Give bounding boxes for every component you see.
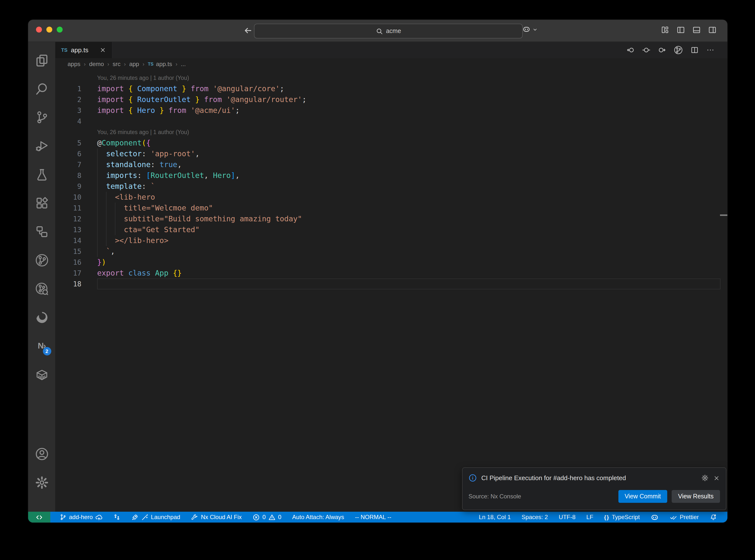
activity-bar-item-testing[interactable] <box>31 162 53 187</box>
code-line-12[interactable]: 12 subtitle="Build something amazing tod… <box>55 214 728 224</box>
activity-bar-item-gitlens[interactable] <box>31 248 53 273</box>
code-line-10[interactable]: 10 <lib-hero <box>55 192 728 203</box>
status-git-compare-status[interactable] <box>109 514 125 521</box>
blame-text: You, 26 minutes ago | 1 author (You) <box>97 127 728 138</box>
notification-close-icon[interactable] <box>713 475 720 481</box>
toggle-secondary-sidebar-icon[interactable] <box>708 26 717 34</box>
more-actions-icon[interactable] <box>706 46 715 54</box>
status-problems[interactable]: 00 <box>248 514 286 521</box>
status-auto-attach[interactable]: Auto Attach: Always <box>288 514 349 521</box>
code-line-9[interactable]: 9 template: ` <box>55 181 728 192</box>
status-text: Nx Cloud AI Fix <box>201 514 242 521</box>
command-center-search[interactable]: acme <box>254 24 523 38</box>
activity-bar-item-explorer[interactable] <box>31 48 53 73</box>
breadcrumb-item[interactable]: apps <box>67 61 80 67</box>
copilot-icon <box>651 513 659 521</box>
toggle-primary-sidebar-icon[interactable] <box>677 26 685 34</box>
line-number: 8 <box>55 170 97 181</box>
customize-layout-icon[interactable] <box>661 26 669 34</box>
breadcrumb-item[interactable]: ... <box>181 61 186 67</box>
extensions-icon <box>35 196 48 210</box>
code-line-14[interactable]: 14 ></lib-hero> <box>55 235 728 246</box>
zoom-window-button[interactable] <box>57 27 63 33</box>
view-commit-button[interactable]: View Commit <box>618 490 667 503</box>
breadcrumb-item[interactable]: app <box>129 61 139 67</box>
code-editor[interactable]: You, 26 minutes ago | 1 author (You)1imp… <box>55 70 728 512</box>
line-content: subtitle="Build something amazing today" <box>97 214 728 224</box>
code-line-8[interactable]: 8 imports: [RouterOutlet, Hero], <box>55 170 728 181</box>
minimize-window-button[interactable] <box>46 27 52 33</box>
notification-settings-gear-icon[interactable] <box>701 474 709 482</box>
view-results-button[interactable]: View Results <box>672 490 720 503</box>
remote-icon <box>36 514 43 521</box>
status-copilot-status[interactable] <box>646 513 663 521</box>
close-tab-icon[interactable] <box>100 47 106 53</box>
activity-bar-item-extensions[interactable] <box>31 191 53 215</box>
code-line-11[interactable]: 11 title="Welcmoe demo" <box>55 203 728 214</box>
git-blame-annotation: You, 26 minutes ago | 1 author (You) <box>55 73 728 83</box>
activity-bar-item-source-control[interactable] <box>31 105 53 129</box>
code-line-16[interactable]: 16}) <box>55 257 728 268</box>
toggle-panel-icon[interactable] <box>692 26 701 34</box>
breadcrumb-separator: › <box>142 61 144 67</box>
git-branch-icon <box>60 514 66 521</box>
breadcrumb-item[interactable]: src <box>113 61 121 67</box>
code-line-17[interactable]: 17export class App {} <box>55 268 728 279</box>
line-content: `, <box>97 246 728 257</box>
status-formatter-prettier[interactable]: Prettier <box>665 514 703 521</box>
status-vim-mode[interactable]: -- NORMAL -- <box>351 514 396 521</box>
line-number: 7 <box>55 159 97 170</box>
status-nx-cloud-ai-fix[interactable]: Nx Cloud AI Fix <box>187 514 246 521</box>
status-indentation[interactable]: Spaces: 2 <box>517 514 552 521</box>
status-language-mode[interactable]: {}TypeScript <box>600 514 644 521</box>
copilot-menu[interactable] <box>522 25 538 34</box>
activity-bar-item-manage-settings[interactable] <box>31 470 53 495</box>
status-encoding[interactable]: UTF-8 <box>554 514 580 521</box>
activity-bar-item-linked-projects[interactable] <box>31 219 53 244</box>
testing-icon <box>35 167 48 181</box>
code-line-4[interactable]: 4 <box>55 116 728 127</box>
status-branch-status[interactable]: add-hero <box>55 514 107 521</box>
code-line-15[interactable]: 15 `, <box>55 246 728 257</box>
activity-bar-item-accounts[interactable] <box>31 442 53 466</box>
breadcrumb-item[interactable]: demo <box>89 61 104 67</box>
split-editor-icon[interactable] <box>690 46 699 54</box>
code-line-18[interactable]: 18 <box>55 279 728 289</box>
indent-guide <box>106 214 106 224</box>
activity-bar-item-swirl-extension[interactable] <box>31 305 53 330</box>
code-line-3[interactable]: 3import { Hero } from '@acme/ui'; <box>55 105 728 116</box>
activity-bar-item-run-and-debug[interactable] <box>31 134 53 158</box>
remote-indicator[interactable] <box>28 512 50 522</box>
status-text: LF <box>587 514 593 521</box>
code-line-7[interactable]: 7 standalone: true, <box>55 159 728 170</box>
open-changes-next-icon[interactable] <box>658 46 666 54</box>
swirl-extension-icon <box>35 311 48 324</box>
status-cursor-position[interactable]: Ln 18, Col 1 <box>474 514 515 521</box>
code-line-13[interactable]: 13 cta="Get Started" <box>55 224 728 235</box>
close-window-button[interactable] <box>36 27 42 33</box>
line-number: 16 <box>55 257 97 268</box>
code-line-5[interactable]: 5@Component({ <box>55 138 728 148</box>
status-eol[interactable]: LF <box>582 514 598 521</box>
open-changes-icon[interactable] <box>642 46 651 54</box>
open-changes-previous-icon[interactable] <box>626 46 635 54</box>
breadcrumb-item[interactable]: app.ts <box>156 61 172 67</box>
tab-app-ts[interactable]: TS app.ts <box>55 42 113 58</box>
activity-bar-item-gitlens-inspect[interactable] <box>31 277 53 301</box>
line-number: 18 <box>55 279 97 289</box>
status-notifications-bell[interactable] <box>705 514 721 521</box>
back-arrow-icon[interactable] <box>243 26 253 36</box>
desktop: acme N›2 TS app.ts <box>0 0 755 560</box>
activity-bar-item-nx-console[interactable]: N›2 <box>31 334 53 358</box>
code-line-2[interactable]: 2import { RouterOutlet } from '@angular/… <box>55 94 728 105</box>
gitlens-commit-graph-icon[interactable] <box>674 45 683 55</box>
notification-source: Source: Nx Console <box>469 493 614 500</box>
code-line-6[interactable]: 6 selector: 'app-root', <box>55 148 728 159</box>
activity-bar-item-containers[interactable] <box>31 362 53 387</box>
line-number: 6 <box>55 148 97 159</box>
activity-bar-item-search[interactable] <box>31 76 53 101</box>
breadcrumb-separator: › <box>107 61 109 67</box>
status-launchpad[interactable]: Launchpad <box>127 514 185 521</box>
indent-guide <box>106 235 106 246</box>
code-line-1[interactable]: 1import { Component } from '@angular/cor… <box>55 83 728 94</box>
